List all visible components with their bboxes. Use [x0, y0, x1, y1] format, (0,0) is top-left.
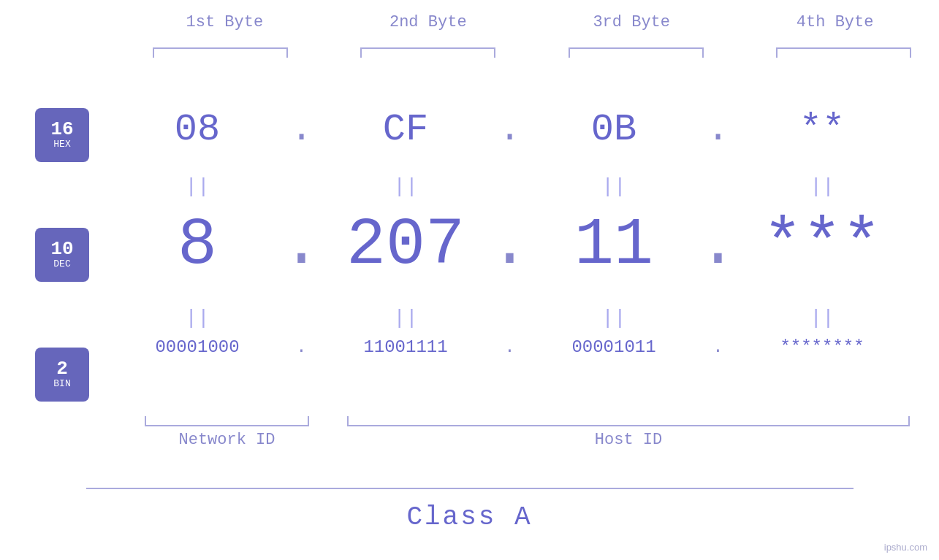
watermark: ipshu.com: [884, 542, 927, 553]
top-bracket-1: [153, 47, 288, 58]
badge-column: 16 HEX 10 DEC 2 BIN: [35, 108, 89, 402]
header-byte3: 3rd Byte: [550, 13, 714, 31]
bin-dot3: .: [698, 337, 738, 357]
dec-byte2: 207: [322, 208, 490, 283]
dec-byte3: 11: [530, 208, 698, 283]
dec-badge-label: DEC: [53, 258, 70, 271]
hex-byte2: CF: [322, 108, 490, 151]
main-layout: 1st Byte 2nd Byte 3rd Byte 4th Byte 16 H…: [0, 0, 939, 560]
top-bracket-4: [776, 47, 911, 58]
eq1-seg4: ||: [738, 175, 906, 198]
bin-badge: 2 BIN: [35, 348, 89, 402]
bin-badge-num: 2: [56, 359, 68, 378]
bin-byte3: 00001011: [530, 337, 698, 357]
hex-badge-num: 16: [50, 120, 73, 139]
bin-dot1: .: [281, 337, 322, 357]
eq2-seg3: ||: [530, 307, 698, 329]
bin-byte1: 00001000: [113, 337, 281, 357]
eq1-seg2: ||: [322, 175, 490, 198]
host-bracket-line: [347, 416, 910, 426]
dec-dot3: .: [698, 208, 738, 283]
bin-byte4: ********: [738, 337, 906, 357]
host-id-bracket: Host ID: [347, 416, 910, 449]
eq2-seg1: ||: [113, 307, 281, 329]
equals-row-1: || || || ||: [113, 175, 906, 198]
bin-dot2: .: [490, 337, 530, 357]
class-a-label: Class A: [0, 502, 939, 532]
bin-byte2: 11001111: [322, 337, 490, 357]
eq1-seg3: ||: [530, 175, 698, 198]
header-byte4: 4th Byte: [753, 13, 917, 31]
hex-dot1: .: [281, 108, 322, 151]
class-a-line: [86, 488, 854, 489]
eq2-seg2: ||: [322, 307, 490, 329]
hex-byte4: **: [738, 108, 906, 151]
header-byte1: 1st Byte: [142, 13, 307, 31]
hex-dot2: .: [490, 108, 530, 151]
byte-headers: 1st Byte 2nd Byte 3rd Byte 4th Byte: [142, 13, 917, 31]
eq1-seg1: ||: [113, 175, 281, 198]
dec-byte4: ***: [738, 208, 906, 283]
hex-dot3: .: [698, 108, 738, 151]
bin-row: 00001000 . 11001111 . 00001011 . *******…: [113, 337, 906, 357]
network-id-bracket: Network ID: [145, 416, 309, 449]
network-id-label: Network ID: [145, 431, 309, 449]
bin-badge-label: BIN: [53, 378, 70, 391]
top-brackets: [145, 47, 919, 58]
header-byte2: 2nd Byte: [346, 13, 510, 31]
equals-row-2: || || || ||: [113, 307, 906, 329]
top-bracket-2: [360, 47, 495, 58]
hex-row: 08 . CF . 0B . **: [113, 108, 906, 151]
network-bracket-line: [145, 416, 309, 426]
top-bracket-3: [569, 47, 704, 58]
dec-badge: 10 DEC: [35, 228, 89, 282]
hex-badge: 16 HEX: [35, 108, 89, 162]
eq2-seg4: ||: [738, 307, 906, 329]
dec-dot1: .: [281, 208, 322, 283]
dec-row: 8 . 207 . 11 . ***: [113, 208, 906, 283]
hex-byte1: 08: [113, 108, 281, 151]
dec-badge-num: 10: [50, 239, 73, 258]
hex-byte3: 0B: [530, 108, 698, 151]
host-id-label: Host ID: [347, 431, 910, 449]
dec-byte1: 8: [113, 208, 281, 283]
dec-dot2: .: [490, 208, 530, 283]
hex-badge-label: HEX: [53, 139, 70, 151]
